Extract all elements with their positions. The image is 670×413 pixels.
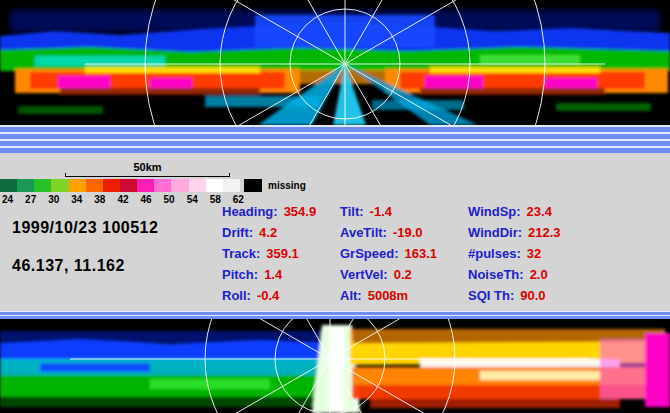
field-value: 354.9 (284, 204, 317, 219)
field-label: #pulses: (468, 246, 521, 261)
field-row: Roll:-0.4 (222, 285, 316, 306)
colorbar-tick: 30 (48, 194, 59, 205)
colorbar-chip (120, 179, 137, 192)
colorbar-chip (137, 179, 154, 192)
field-row: NoiseTh:2.0 (468, 264, 561, 285)
colorbar-tick: 54 (187, 194, 198, 205)
bottom-radar-image (0, 319, 670, 413)
colorbar-tick: 34 (71, 194, 82, 205)
colorbar-chip (51, 179, 68, 192)
colorbar-chip (69, 179, 86, 192)
field-label: WindDir: (468, 225, 522, 240)
fields-col3: WindSp:23.4WindDir:212.3#pulses:32NoiseT… (468, 201, 561, 306)
colorbar-chip (206, 179, 223, 192)
colorbar-chip (0, 179, 17, 192)
field-row: AveTilt:-19.0 (340, 222, 437, 243)
field-label: Heading: (222, 204, 278, 219)
field-label: Roll: (222, 288, 251, 303)
fields-col1: Heading:354.9Drift:4.2Track:359.1Pitch:1… (222, 201, 316, 306)
field-value: 163.1 (405, 246, 438, 261)
radar-app-window: 50km missing 2427303438424650545862 1999… (0, 0, 670, 413)
field-value: 2.0 (530, 267, 548, 282)
field-label: Drift: (222, 225, 253, 240)
field-label: AveTilt: (340, 225, 387, 240)
field-value: 1.4 (264, 267, 282, 282)
colorbar-tick: 24 (2, 194, 13, 205)
separator-band-thin (0, 311, 670, 319)
field-label: Tilt: (340, 204, 364, 219)
colorbar-chip (34, 179, 51, 192)
field-value: -0.4 (257, 288, 279, 303)
field-value: 5008m (368, 288, 408, 303)
field-value: -19.0 (393, 225, 423, 240)
colorbar-missing-chip (244, 179, 262, 192)
colorbar-tick: 46 (140, 194, 151, 205)
info-panel: 50km missing 2427303438424650545862 1999… (0, 153, 670, 311)
field-row: #pulses:32 (468, 243, 561, 264)
field-value: 4.2 (259, 225, 277, 240)
field-value: 0.2 (394, 267, 412, 282)
field-row: SQI Th:90.0 (468, 285, 561, 306)
bottom-radar-display (0, 319, 670, 413)
colorbar-chip (171, 179, 188, 192)
top-radar-image (0, 0, 670, 125)
field-label: NoiseTh: (468, 267, 524, 282)
field-value: 23.4 (527, 204, 552, 219)
field-value: 32 (527, 246, 541, 261)
field-value: 212.3 (528, 225, 561, 240)
colorbar-ticks: 2427303438424650545862 (2, 194, 244, 205)
field-label: GrSpeed: (340, 246, 399, 261)
colorbar-tick: 38 (94, 194, 105, 205)
field-label: Track: (222, 246, 260, 261)
colorbar-chip (189, 179, 206, 192)
field-label: SQI Th: (468, 288, 514, 303)
colorbar-chip (86, 179, 103, 192)
datetime-text: 1999/10/23 100512 (12, 219, 158, 237)
colorbar-tick: 50 (164, 194, 175, 205)
range-scale-line (65, 176, 230, 177)
field-row: WindSp:23.4 (468, 201, 561, 222)
field-label: Pitch: (222, 267, 258, 282)
colorbar-tick: 58 (210, 194, 221, 205)
colorbar-chips (0, 179, 240, 192)
colorbar-tick: 42 (117, 194, 128, 205)
field-row: Heading:354.9 (222, 201, 316, 222)
field-row: VertVel:0.2 (340, 264, 437, 285)
field-value: -1.4 (370, 204, 392, 219)
colorbar-missing-label: missing (268, 180, 306, 191)
field-row: WindDir:212.3 (468, 222, 561, 243)
colorbar-chip (17, 179, 34, 192)
field-label: VertVel: (340, 267, 388, 282)
field-row: Pitch:1.4 (222, 264, 316, 285)
fields-col2: Tilt:-1.4AveTilt:-19.0GrSpeed:163.1VertV… (340, 201, 437, 306)
colorbar-chip (223, 179, 240, 192)
position-text: 46.137, 11.162 (12, 257, 125, 275)
range-scale-label: 50km (133, 161, 161, 173)
field-row: Drift:4.2 (222, 222, 316, 243)
field-label: WindSp: (468, 204, 521, 219)
colorbar-chip (154, 179, 171, 192)
field-value: 90.0 (520, 288, 545, 303)
field-row: Track:359.1 (222, 243, 316, 264)
top-radar-display (0, 0, 670, 125)
field-row: Tilt:-1.4 (340, 201, 437, 222)
field-label: Alt: (340, 288, 362, 303)
range-scale: 50km (65, 157, 230, 177)
colorbar-chip (103, 179, 120, 192)
field-row: Alt:5008m (340, 285, 437, 306)
field-value: 359.1 (266, 246, 299, 261)
field-row: GrSpeed:163.1 (340, 243, 437, 264)
separator-band (0, 125, 670, 153)
colorbar-tick: 27 (25, 194, 36, 205)
